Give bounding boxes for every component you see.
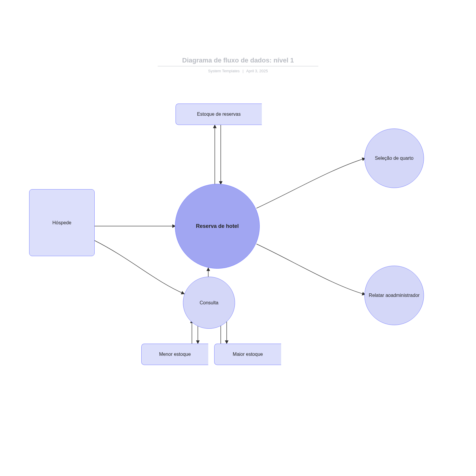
- node-label: Seleção de quarto: [375, 155, 414, 161]
- diagram-title: Diagrama de fluxo de dados: nível 1: [0, 57, 476, 64]
- subtitle-date: April 3, 2025: [246, 69, 268, 73]
- node-label: Estoque de reservas: [197, 111, 241, 117]
- edge-hotel-to-room: [256, 158, 365, 208]
- node-hotel-reservation[interactable]: Reserva de hotel: [175, 184, 260, 269]
- node-report-admin[interactable]: Relatar ao administrador: [364, 266, 424, 325]
- node-label: Menor estoque: [159, 351, 191, 357]
- node-label: Hóspede: [52, 220, 71, 226]
- node-label: Maior estoque: [233, 351, 263, 357]
- node-label: Consulta: [200, 300, 218, 306]
- node-query[interactable]: Consulta: [183, 277, 235, 329]
- title-underline: [158, 66, 318, 66]
- diagram-subtitle: System Templates | April 3, 2025: [0, 69, 476, 73]
- subtitle-separator: |: [242, 69, 243, 73]
- node-label-line2: administrador: [391, 292, 419, 298]
- node-label: Reserva de hotel: [196, 223, 239, 230]
- edge-hotel-to-report: [256, 244, 365, 295]
- diagram-canvas: Diagrama de fluxo de dados: nível 1 Syst…: [0, 0, 476, 476]
- diagram-header: Diagrama de fluxo de dados: nível 1 Syst…: [0, 57, 476, 73]
- subtitle-source: System Templates: [208, 69, 240, 73]
- node-guest[interactable]: Hóspede: [29, 189, 95, 256]
- node-smaller-stock[interactable]: Menor estoque: [141, 344, 208, 365]
- edge-guest-to-query: [94, 240, 184, 294]
- node-larger-stock[interactable]: Maior estoque: [214, 344, 281, 365]
- node-reservation-stock[interactable]: Estoque de reservas: [176, 104, 262, 125]
- node-room-selection[interactable]: Seleção de quarto: [364, 129, 424, 188]
- node-label-line1: Relatar ao: [369, 292, 391, 298]
